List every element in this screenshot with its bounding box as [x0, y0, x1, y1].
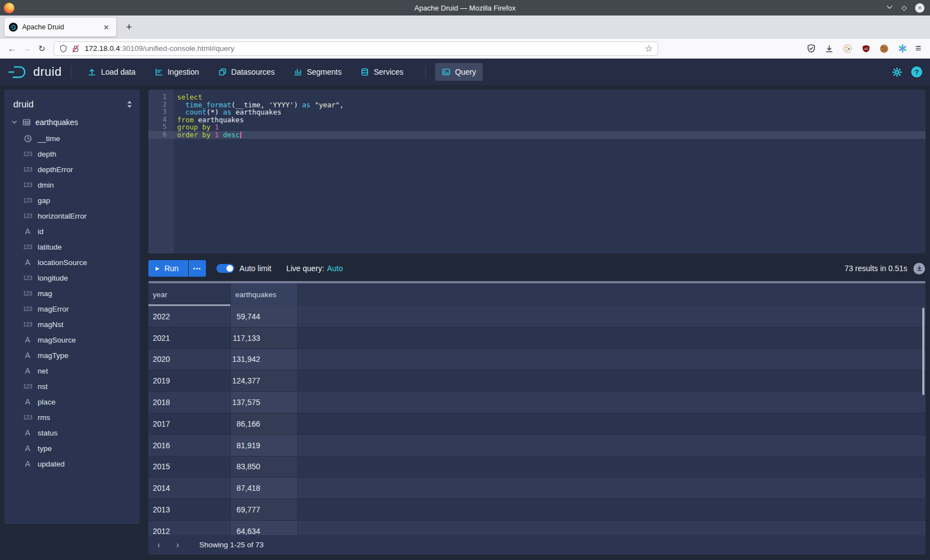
- cell-earthquakes[interactable]: 86,166: [231, 413, 298, 434]
- prev-page-icon[interactable]: ‹: [151, 537, 167, 553]
- sidebar-column-status[interactable]: Astatus: [4, 425, 140, 440]
- sidebar-column-magType[interactable]: AmagType: [4, 348, 140, 363]
- cookie-extension-light-icon[interactable]: [842, 43, 853, 54]
- run-button[interactable]: ▶ Run: [148, 260, 188, 277]
- code-line[interactable]: order by 1 desc: [174, 131, 926, 139]
- code-line[interactable]: from earthquakes: [174, 116, 926, 124]
- cell-earthquakes[interactable]: 64,634: [231, 521, 298, 535]
- nav-services[interactable]: Services: [354, 63, 410, 81]
- sidebar-item-earthquakes[interactable]: earthquakes: [4, 114, 140, 131]
- cell-year[interactable]: 2015: [148, 457, 231, 478]
- cell-year[interactable]: 2021: [148, 328, 231, 349]
- code-line[interactable]: group by 1: [174, 123, 926, 131]
- downloads-icon[interactable]: [824, 43, 835, 54]
- window-maximize-icon[interactable]: ◇: [902, 4, 907, 12]
- cell-year[interactable]: 2014: [148, 478, 231, 499]
- column-header-earthquakes[interactable]: earthquakes: [231, 283, 298, 306]
- editor-code[interactable]: select time_format(__time, 'YYYY') as "y…: [174, 90, 926, 253]
- settings-gear-icon[interactable]: [892, 67, 902, 77]
- nav-datasources[interactable]: Datasources: [211, 63, 282, 81]
- forward-button[interactable]: →: [19, 41, 34, 56]
- back-button[interactable]: ←: [4, 41, 19, 56]
- code-line[interactable]: time_format(__time, 'YYYY') as "year",: [174, 101, 926, 109]
- auto-limit-toggle[interactable]: [216, 264, 234, 273]
- sidebar-column-__time[interactable]: __time: [4, 131, 140, 146]
- sidebar-column-place[interactable]: Aplace: [4, 394, 140, 409]
- table-row[interactable]: 201369,777: [148, 499, 926, 521]
- table-row[interactable]: 2021117,133: [148, 328, 926, 349]
- shield-check-extension-icon[interactable]: [805, 43, 817, 54]
- table-row[interactable]: 201681,919: [148, 435, 926, 457]
- table-row[interactable]: 2020131,942: [148, 349, 926, 371]
- sidebar-column-rms[interactable]: 123rms: [4, 409, 140, 425]
- cell-year[interactable]: 2012: [148, 521, 231, 535]
- cell-year[interactable]: 2016: [148, 435, 231, 456]
- cell-earthquakes[interactable]: 131,942: [231, 349, 298, 370]
- url-text[interactable]: 172.18.0.4:30109/unified-console.html#qu…: [85, 44, 234, 53]
- code-line[interactable]: select: [174, 94, 926, 101]
- window-minimize-icon[interactable]: [886, 3, 893, 13]
- nav-ingestion[interactable]: Ingestion: [148, 63, 206, 81]
- cell-earthquakes[interactable]: 83,850: [231, 457, 298, 478]
- sidebar-column-nst[interactable]: 123nst: [4, 378, 140, 394]
- cell-earthquakes[interactable]: 81,919: [231, 435, 298, 456]
- download-results-icon[interactable]: [913, 263, 925, 274]
- sidebar-column-dmin[interactable]: 123dmin: [4, 177, 140, 193]
- next-page-icon[interactable]: ›: [169, 537, 186, 553]
- cell-earthquakes[interactable]: 59,744: [231, 306, 298, 327]
- tab-close-icon[interactable]: ✕: [101, 22, 112, 33]
- cell-earthquakes[interactable]: 69,777: [231, 499, 298, 520]
- sql-editor[interactable]: 123456 select time_format(__time, 'YYYY'…: [148, 90, 926, 253]
- cell-earthquakes[interactable]: 124,377: [231, 370, 298, 391]
- new-tab-button[interactable]: +: [121, 19, 137, 35]
- live-query-value[interactable]: Auto: [327, 264, 343, 273]
- cell-earthquakes[interactable]: 117,133: [231, 328, 298, 349]
- bookmark-star-icon[interactable]: ☆: [645, 43, 653, 54]
- sidebar-column-mag[interactable]: 123mag: [4, 286, 140, 301]
- cell-year[interactable]: 2018: [148, 392, 231, 413]
- table-row[interactable]: 201264,634: [148, 521, 926, 535]
- sidebar-column-id[interactable]: Aid: [4, 224, 140, 239]
- cell-year[interactable]: 2022: [148, 306, 231, 327]
- table-row[interactable]: 201786,166: [148, 413, 926, 435]
- reload-button[interactable]: ↻: [34, 41, 49, 56]
- sidebar-column-updated[interactable]: Aupdated: [4, 456, 140, 471]
- cell-year[interactable]: 2013: [148, 499, 231, 520]
- table-row[interactable]: 202259,744: [148, 306, 926, 328]
- url-bar[interactable]: 172.18.0.4:30109/unified-console.html#qu…: [54, 42, 658, 56]
- nav-segments[interactable]: Segments: [287, 63, 348, 81]
- tracking-shield-icon[interactable]: [59, 44, 68, 53]
- druid-logo[interactable]: druid: [8, 65, 61, 80]
- insecure-lock-icon[interactable]: [71, 44, 80, 53]
- sidebar-column-horizontalError[interactable]: 123horizontalError: [4, 208, 140, 224]
- sidebar-column-depthError[interactable]: 123depthError: [4, 162, 140, 177]
- asterisk-extension-icon[interactable]: [897, 43, 908, 54]
- column-header-year[interactable]: year: [148, 283, 231, 306]
- table-row[interactable]: 201583,850: [148, 457, 926, 478]
- run-more-button[interactable]: •••: [189, 260, 206, 277]
- cell-year[interactable]: 2017: [148, 413, 231, 434]
- nav-load-data[interactable]: Load data: [81, 63, 142, 81]
- sidebar-column-type[interactable]: Atype: [4, 440, 140, 456]
- help-icon[interactable]: ?: [911, 66, 922, 77]
- results-scrollbar[interactable]: [922, 308, 924, 395]
- ublock-origin-icon[interactable]: uO: [860, 43, 871, 54]
- nav-query[interactable]: Query: [435, 63, 483, 81]
- table-row[interactable]: 201487,418: [148, 478, 926, 499]
- browser-tab[interactable]: Apache Druid ✕: [4, 18, 116, 37]
- sidebar-column-depth[interactable]: 123depth: [4, 146, 140, 162]
- cell-year[interactable]: 2020: [148, 349, 231, 370]
- sidebar-column-gap[interactable]: 123gap: [4, 193, 140, 208]
- sidebar-column-net[interactable]: Anet: [4, 363, 140, 378]
- cell-year[interactable]: 2019: [148, 370, 231, 391]
- sidebar-column-magSource[interactable]: AmagSource: [4, 332, 140, 348]
- sidebar-column-magNst[interactable]: 123magNst: [4, 317, 140, 332]
- sidebar-column-magError[interactable]: 123magError: [4, 301, 140, 317]
- code-line[interactable]: count(*) as earthquakes: [174, 108, 926, 116]
- table-row[interactable]: 2019124,377: [148, 370, 926, 392]
- hamburger-menu-icon[interactable]: ≡: [915, 43, 921, 54]
- chevron-down-icon[interactable]: [10, 119, 19, 126]
- schema-select[interactable]: druid: [4, 94, 140, 114]
- cell-earthquakes[interactable]: 137,575: [231, 392, 298, 413]
- cell-earthquakes[interactable]: 87,418: [231, 478, 298, 499]
